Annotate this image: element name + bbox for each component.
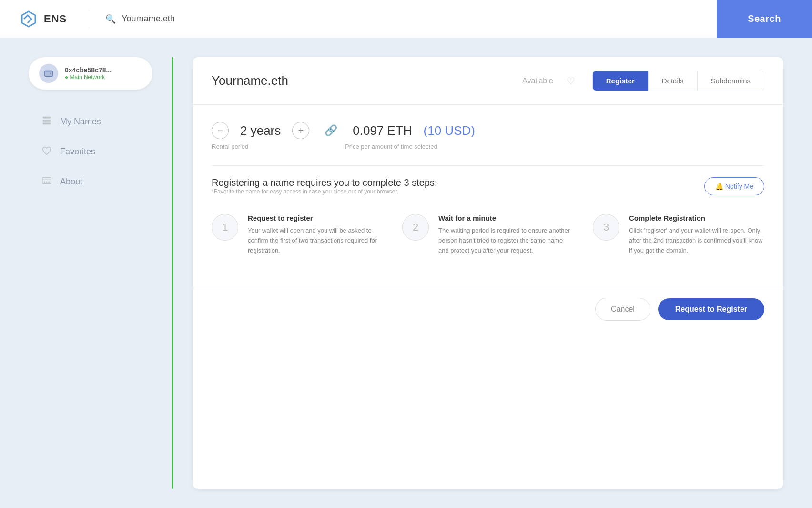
sidebar-item-favorites-label: Favorites [60,147,95,157]
wallet-info: 0x4cbe58c78... Main Network [65,66,112,81]
main-content: Yourname.eth Available ♡ Register Detail… [193,57,783,489]
step-1: 1 Request to register Your wallet will o… [212,214,383,255]
step-1-description: Your wallet will open and you will be as… [248,226,383,255]
header-divider [91,10,91,29]
tab-buttons: Register Details Subdomains [592,71,764,91]
sidebar-item-my-names-label: My Names [60,117,101,127]
steps-title: Registering a name requires you to compl… [212,177,437,188]
sidebar-item-about[interactable]: About [33,169,152,195]
step-2: 2 Wait for a minute The waiting period i… [402,214,574,255]
years-value: 2 years [240,123,281,138]
steps-row: 1 Request to register Your wallet will o… [212,214,764,255]
price-eth: 0.097 ETH [353,123,412,138]
years-price-row: − 2 years + 🔗 0.097 ETH (10 USD) [212,122,764,139]
search-button[interactable]: Search [717,0,812,38]
tab-details[interactable]: Details [649,71,698,91]
step-3-title: Complete Registration [629,214,764,222]
search-icon: 🔍 [105,14,116,24]
price-per-time-label: Price per amount of time selected [345,143,437,150]
step-3-content: Complete Registration Click 'register' a… [629,214,764,255]
svg-point-7 [44,181,45,183]
link-icon: 🔗 [325,124,337,137]
step-2-title: Wait for a minute [438,214,574,222]
notify-me-button[interactable]: 🔔 Notify Me [704,177,764,195]
header: ENS 🔍 Search [0,0,812,38]
wallet-network: Main Network [65,74,112,81]
sidebar-item-about-label: About [60,177,82,187]
sidebar-item-favorites[interactable]: Favorites [33,139,152,165]
step-3: 3 Complete Registration Click 'register'… [593,214,764,255]
step-3-number: 3 [593,214,619,241]
search-area: 🔍 [96,14,717,24]
step-3-description: Click 'register' and your wallet will re… [629,226,764,255]
labels-row: Rental period Price per amount of time s… [212,143,764,150]
actions-row: Cancel Request to Register [193,288,783,336]
steps-title-area: Registering a name requires you to compl… [212,177,437,210]
step-1-number: 1 [212,214,238,241]
logo-text: ENS [44,13,67,25]
increase-years-button[interactable]: + [292,122,309,139]
request-to-register-button[interactable]: Request to Register [658,298,764,320]
available-badge: Available [522,77,553,85]
wallet-card[interactable]: 0x4cbe58c78... Main Network [29,57,152,90]
my-names-icon [41,115,52,128]
cancel-button[interactable]: Cancel [595,298,650,321]
ens-logo-icon [19,10,38,29]
search-input[interactable] [122,14,707,24]
step-1-content: Request to register Your wallet will ope… [248,214,383,255]
about-icon [41,175,52,188]
favorites-icon [41,145,52,158]
register-content: − 2 years + 🔗 0.097 ETH (10 USD) Rental … [193,105,783,288]
svg-rect-1 [45,71,53,77]
tab-subdomains[interactable]: Subdomains [698,71,764,91]
step-2-description: The waiting period is required to ensure… [438,226,574,255]
rental-period-label: Rental period [212,143,345,150]
steps-subtitle: *Favorite the name for easy access in ca… [212,188,437,195]
domain-name: Yourname.eth [212,73,513,88]
svg-point-9 [48,181,50,183]
wallet-icon [39,64,58,83]
domain-header: Yourname.eth Available ♡ Register Detail… [193,57,783,105]
decrease-years-button[interactable]: − [212,122,229,139]
svg-rect-5 [43,123,51,125]
svg-rect-4 [43,120,51,122]
sidebar: 0x4cbe58c78... Main Network My Names [29,57,172,489]
logo-area: ENS [0,10,86,29]
step-2-number: 2 [402,214,429,241]
price-usd: (10 USD) [424,123,475,138]
step-2-content: Wait for a minute The waiting period is … [438,214,574,255]
step-1-title: Request to register [248,214,383,222]
favorite-heart-icon[interactable]: ♡ [567,75,575,87]
divider-1 [212,165,764,166]
steps-header: Registering a name requires you to compl… [212,177,764,210]
sidebar-item-my-names[interactable]: My Names [33,109,152,135]
svg-rect-3 [43,117,51,119]
tab-register[interactable]: Register [593,71,649,91]
wallet-address: 0x4cbe58c78... [65,66,112,74]
content-left-border [172,57,173,489]
svg-point-8 [46,181,48,183]
sidebar-nav: My Names Favorites [29,109,152,195]
svg-rect-6 [42,178,51,184]
main-layout: 0x4cbe58c78... Main Network My Names [0,38,812,508]
